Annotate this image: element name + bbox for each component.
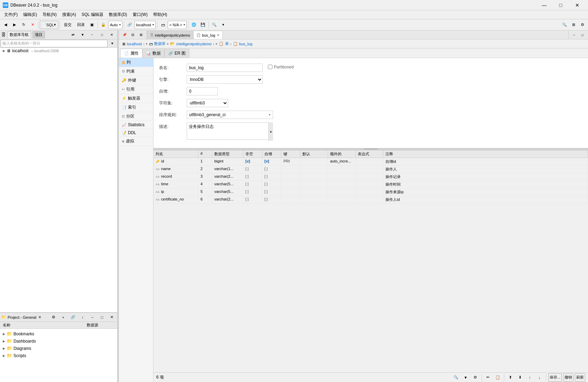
proj-dashboards[interactable]: ▶ 📁 Dashboards — [3, 337, 114, 345]
bc-buslog[interactable]: bus_log — [239, 42, 253, 46]
menu-sql-editor[interactable]: SQL 编辑器 — [79, 11, 106, 19]
count-row-up[interactable]: ⬆ — [506, 373, 515, 382]
menu-edit[interactable]: 编辑(E) — [20, 11, 40, 19]
bc-localhost[interactable]: localhost — [127, 42, 142, 46]
toolbar-forward[interactable]: ▶ — [10, 21, 19, 29]
toolbar-lock[interactable]: 🔒 — [99, 21, 108, 29]
editor-tab-intelligentpolicydemo[interactable]: 🗄 intelligentpolicydemo — [147, 31, 193, 39]
proj-link[interactable]: 🔗 — [69, 313, 77, 322]
nav-indexes[interactable]: 📑 索引 — [119, 103, 153, 112]
toolbar-submit[interactable]: 提交 — [62, 21, 74, 29]
sub-tab-properties[interactable]: 📄 属性 — [120, 49, 142, 58]
collation-arrow[interactable]: ▾ — [269, 113, 271, 117]
filter-btn[interactable]: ▼ — [78, 31, 87, 39]
proj-settings[interactable]: ⚙ — [49, 313, 58, 322]
count-save-col-btn[interactable]: 📋 — [494, 373, 502, 382]
tab-layout[interactable]: ⊞ — [137, 30, 145, 39]
menu-nav[interactable]: 导航(N) — [40, 11, 59, 19]
proj-add[interactable]: + — [59, 313, 67, 322]
nav-triggers[interactable]: ⚡ 触发器 — [119, 94, 153, 103]
count-row-down[interactable]: ⬇ — [516, 373, 524, 382]
nav-references[interactable]: ↩ 引用 — [119, 85, 153, 94]
proj-up[interactable]: ↑ — [78, 313, 87, 322]
count-edit-btn[interactable]: ✏ — [484, 373, 492, 382]
table-search-box[interactable]: 输入表格名称的一部分 — [1, 40, 108, 47]
toolbar-search[interactable]: 🔍 — [210, 21, 218, 29]
menu-database[interactable]: 数据库(D) — [106, 11, 130, 19]
tab-pin[interactable]: 📌 — [120, 30, 129, 39]
maximize-button[interactable]: □ — [553, 0, 569, 10]
nav-partitions[interactable]: ⊟ 分区 — [119, 112, 153, 121]
nav-statistics[interactable]: 📈 Statistics — [119, 121, 153, 129]
proj-min[interactable]: − — [88, 313, 96, 322]
tab2-close[interactable]: ✕ — [217, 33, 220, 37]
toolbar-settings[interactable]: ⚙ — [578, 21, 587, 29]
proj-bookmarks[interactable]: ▶ 📁 Bookmarks — [3, 330, 114, 337]
cancel-btn[interactable]: 撤销 — [563, 373, 573, 382]
scroll-handle[interactable]: ▲ — [268, 122, 273, 141]
table-row[interactable]: Aa ip 5 varchar(5... [ ] [ ] 操作来源ip — [153, 188, 588, 196]
database-dropdown[interactable]: < N/A > ▾ — [168, 21, 187, 29]
count-search-btn[interactable]: 🔍 — [452, 373, 460, 382]
project-tab-close[interactable]: ✕ — [38, 315, 41, 319]
project-tab[interactable]: 项目 — [32, 31, 45, 38]
mode-dropdown[interactable]: Auto ▾ — [108, 21, 122, 29]
toolbar-refresh-nav[interactable]: ↻ — [19, 21, 28, 29]
nav-foreign-keys[interactable]: 🔑 外键 — [119, 76, 153, 85]
tab-maximize[interactable]: □ — [578, 31, 587, 39]
proj-scripts[interactable]: ▶ 📁 Scripts — [3, 352, 114, 359]
editor-tab-buslog[interactable]: 📋 bus_log ✕ — [193, 31, 223, 39]
toolbar-rollback[interactable]: 回滚 — [75, 21, 87, 29]
bc-schema-arrow[interactable]: ▾ — [167, 42, 169, 46]
sub-tab-er[interactable]: 🔗 ER 图 — [165, 49, 189, 58]
table-row[interactable]: Aa time 4 varchar(5... [ ] [ ] 操作时间 — [153, 181, 588, 188]
proj-max[interactable]: □ — [98, 313, 106, 322]
table-name-input[interactable] — [187, 64, 263, 72]
save-btn[interactable]: 保存... — [548, 373, 562, 382]
collapse-btn[interactable]: − — [88, 31, 96, 39]
toolbar-sql[interactable]: 📄 SQL ▾ — [40, 21, 58, 29]
menu-help[interactable]: 帮助(H) — [150, 11, 170, 19]
proj-close-btn[interactable]: ✕ — [108, 313, 116, 322]
db-navigator-tab[interactable]: 数据库导航 — [7, 31, 31, 38]
tab-split[interactable]: ⊟ — [129, 30, 137, 39]
filter-dropdown-btn[interactable]: ▾ — [108, 39, 116, 48]
toolbar-tx[interactable]: ▣ — [88, 21, 96, 29]
nav-ddl[interactable]: 📝 DDL — [119, 129, 153, 137]
bc-table-arrow[interactable]: ▾ — [216, 42, 217, 46]
toolbar-db-icon[interactable]: 🗃 — [159, 21, 167, 29]
table-row[interactable]: Aa record 3 varchar(2... [ ] [ ] 操作记录 — [153, 173, 588, 181]
expand-btn[interactable]: □ — [98, 31, 106, 39]
nav-columns[interactable]: ▦ 列 — [119, 58, 153, 67]
nav-virtual[interactable]: ◈ 虚拟 — [119, 137, 153, 146]
menu-window[interactable]: 窗口(W) — [130, 11, 150, 19]
count-filter-btn[interactable]: ▼ — [461, 373, 470, 382]
sync-btn[interactable]: ⇄ — [69, 31, 77, 39]
toolbar-db2[interactable]: 💾 — [199, 21, 207, 29]
connection-dropdown[interactable]: localhost ▾ — [134, 21, 156, 29]
toolbar-stop[interactable]: ✕ — [28, 21, 37, 29]
toolbar-search-right[interactable]: 🔍 — [560, 21, 569, 29]
partitioned-checkbox[interactable] — [268, 65, 272, 69]
bc-table-type[interactable]: 表 — [225, 41, 229, 46]
engine-select[interactable]: InnoDB — [187, 75, 263, 84]
toolbar-view[interactable]: ⊞ — [569, 21, 578, 29]
close-button[interactable]: ✕ — [569, 0, 585, 10]
bc-database[interactable]: 数据库 — [154, 41, 166, 46]
bc-schema[interactable]: intelligentpolicydemo — [176, 42, 212, 46]
tab-minimize[interactable]: − — [570, 31, 578, 39]
minimize-button[interactable]: — — [536, 0, 552, 10]
toolbar-back[interactable]: ◀ — [1, 21, 10, 29]
auto-inc-input[interactable] — [187, 87, 218, 95]
table-row[interactable]: 🔑 id 1 bigint [v] [v] PRI auto_incre... … — [153, 158, 588, 166]
table-row[interactable]: Aa name 2 varchar(1... [ ] [ ] 操作人 — [153, 166, 588, 173]
count-row-down2[interactable]: ↓ — [535, 373, 544, 382]
menu-file[interactable]: 文件(F) — [1, 11, 20, 19]
charset-select[interactable]: utf8mb3 — [187, 99, 228, 107]
toolbar-globe[interactable]: 🌐 — [190, 21, 198, 29]
proj-diagrams[interactable]: ▶ 📁 Diagrams — [3, 345, 114, 352]
table-row[interactable]: Aa certificate_no 6 varchar(2... [ ] [ ]… — [153, 196, 588, 204]
toolbar-more[interactable]: ▾ — [219, 21, 227, 29]
tree-localhost[interactable]: ▶ 🖥 localhost – localhost:3306 — [0, 48, 117, 54]
bc-db-arrow[interactable]: ▾ — [146, 42, 148, 46]
